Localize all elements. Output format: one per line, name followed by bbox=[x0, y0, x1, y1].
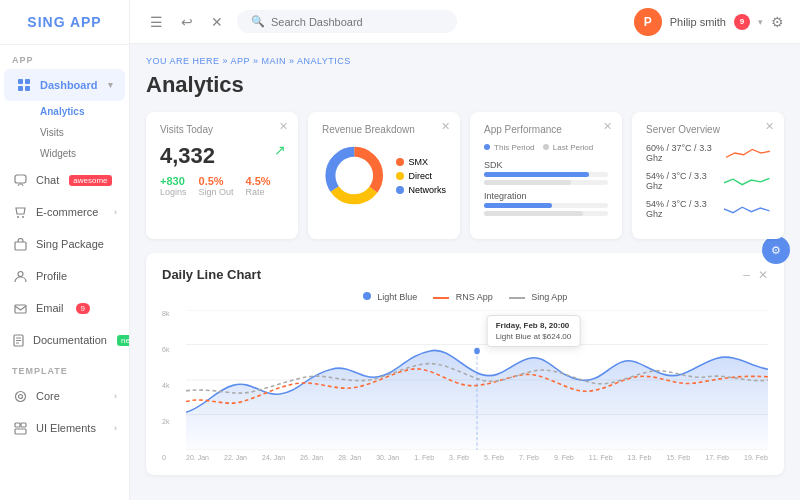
topbar: ☰ ↩ ✕ 🔍 P Philip smith 9 ▾ ⚙ ⚙ bbox=[130, 0, 800, 44]
sidebar-docs-label: Documentation bbox=[33, 334, 107, 346]
x-label-1feb: 1. Feb bbox=[414, 454, 434, 461]
chart-y-labels: 8k 6k 4k 2k 0 bbox=[162, 310, 173, 461]
integration-bar-label: Integration bbox=[484, 191, 608, 201]
sidebar-item-visits[interactable]: Visits bbox=[28, 122, 129, 143]
x-label-17feb: 17. Feb bbox=[705, 454, 729, 461]
sidebar-item-dashboard[interactable]: Dashboard ▾ bbox=[4, 69, 125, 101]
x-label-28jan: 28. Jan bbox=[338, 454, 361, 461]
x-label-20jan: 20. Jan bbox=[186, 454, 209, 461]
svg-rect-17 bbox=[21, 423, 26, 427]
sidebar-item-ui[interactable]: UI Elements › bbox=[0, 412, 129, 444]
close-icon[interactable]: ✕ bbox=[207, 12, 227, 32]
back-icon[interactable]: ↩ bbox=[177, 12, 197, 32]
visits-stat-rate: 4.5% Rate bbox=[246, 175, 271, 197]
chevron-core-icon: › bbox=[114, 391, 117, 401]
main-content: ☰ ↩ ✕ 🔍 P Philip smith 9 ▾ ⚙ ⚙ YOU ARE H… bbox=[130, 0, 800, 500]
chevron-ui-icon: › bbox=[114, 423, 117, 433]
logins-value: +830 bbox=[160, 175, 187, 187]
app-logo: SING APP bbox=[0, 0, 129, 45]
sidebar-item-core[interactable]: Core › bbox=[0, 380, 129, 412]
signout-value: 0.5% bbox=[199, 175, 234, 187]
smx-dot bbox=[396, 158, 404, 166]
sidebar-item-singpackage[interactable]: Sing Package bbox=[0, 228, 129, 260]
server-val-2: 54% / 3°C / 3.3 Ghz bbox=[646, 199, 718, 219]
sidebar-item-widgets[interactable]: Widgets bbox=[28, 143, 129, 164]
visits-stat-logins: +830 Logins bbox=[160, 175, 187, 197]
sidebar-item-analytics[interactable]: Analytics bbox=[28, 101, 129, 122]
hamburger-icon[interactable]: ☰ bbox=[146, 12, 167, 32]
search-box[interactable]: 🔍 bbox=[237, 10, 457, 33]
donut-area: SMX Direct Networks bbox=[322, 143, 446, 208]
appperf-card: ✕ App Performance This Period Last Perio… bbox=[470, 112, 622, 239]
sidebar-item-email[interactable]: Email 9 bbox=[0, 292, 129, 324]
svg-rect-9 bbox=[15, 305, 26, 313]
user-chevron-icon[interactable]: ▾ bbox=[758, 17, 763, 27]
minimize-icon[interactable]: – bbox=[743, 268, 750, 282]
email-badge: 9 bbox=[76, 303, 90, 314]
direct-label: Direct bbox=[408, 171, 432, 181]
user-notification-badge: 9 bbox=[734, 14, 750, 30]
y-label-0: 0 bbox=[162, 454, 169, 461]
chat-badge: awesome bbox=[69, 175, 111, 186]
chart-title: Daily Line Chart bbox=[162, 267, 261, 282]
server-line-2 bbox=[724, 199, 770, 219]
docs-badge: new bbox=[117, 335, 130, 346]
sidebar-item-ecommerce[interactable]: E-commerce › bbox=[0, 196, 129, 228]
svg-point-8 bbox=[18, 271, 23, 276]
x-label-13feb: 13. Feb bbox=[628, 454, 652, 461]
chart-close-icon[interactable]: ✕ bbox=[758, 268, 768, 282]
visits-card-value: 4,332 bbox=[160, 143, 284, 169]
legend-lightblue: Light Blue bbox=[363, 292, 418, 302]
svg-rect-7 bbox=[15, 242, 26, 250]
rate-label: Rate bbox=[246, 187, 271, 197]
svg-rect-3 bbox=[25, 86, 30, 91]
donut-chart bbox=[322, 143, 386, 208]
ui-icon bbox=[12, 420, 28, 436]
chart-svg bbox=[186, 310, 768, 450]
sidebar: SING APP APP Dashboard ▾ Analytics Visit… bbox=[0, 0, 130, 500]
signout-label: Sign Out bbox=[199, 187, 234, 197]
chart-legend: Light Blue RNS App Sing App bbox=[162, 292, 768, 302]
y-label-2k: 2k bbox=[162, 418, 169, 425]
sidebar-singpackage-label: Sing Package bbox=[36, 238, 104, 250]
svg-point-15 bbox=[15, 391, 25, 401]
sidebar-item-profile[interactable]: Profile bbox=[0, 260, 129, 292]
integration-bar-last-fill bbox=[484, 211, 583, 216]
direct-dot bbox=[396, 172, 404, 180]
package-icon bbox=[12, 236, 28, 252]
visits-close-button[interactable]: ✕ bbox=[279, 120, 288, 133]
chevron-ecommerce-icon: › bbox=[114, 207, 117, 217]
sidebar-item-chat[interactable]: Chat awesome bbox=[0, 164, 129, 196]
sidebar-item-docs[interactable]: Documentation new bbox=[0, 324, 129, 356]
rns-label: RNS App bbox=[456, 292, 493, 302]
server-close-button[interactable]: ✕ bbox=[765, 120, 774, 133]
svg-rect-18 bbox=[15, 429, 26, 434]
legend-networks: Networks bbox=[396, 185, 446, 195]
breadcrumb-path: App » Main » Analytics bbox=[231, 56, 351, 66]
gear-icon[interactable]: ⚙ bbox=[771, 14, 784, 30]
x-label-19feb: 19. Feb bbox=[744, 454, 768, 461]
x-label-9feb: 9. Feb bbox=[554, 454, 574, 461]
fab-button[interactable]: ⚙ bbox=[762, 236, 790, 264]
sidebar-ecommerce-label: E-commerce bbox=[36, 206, 98, 218]
sidebar-email-label: Email bbox=[36, 302, 64, 314]
svg-rect-16 bbox=[15, 423, 20, 427]
server-val-1: 54% / 3°C / 3.3 Ghz bbox=[646, 171, 718, 191]
chevron-icon: ▾ bbox=[108, 80, 113, 90]
perf-legend-last: Last Period bbox=[543, 143, 594, 152]
revenue-card: ✕ Revenue Breakdown SMX bbox=[308, 112, 460, 239]
search-icon: 🔍 bbox=[251, 15, 265, 28]
networks-label: Networks bbox=[408, 185, 446, 195]
search-input[interactable] bbox=[271, 16, 443, 28]
svg-rect-1 bbox=[25, 79, 30, 84]
svg-point-5 bbox=[17, 216, 19, 218]
legend-sing: Sing App bbox=[509, 292, 568, 302]
revenue-close-button[interactable]: ✕ bbox=[441, 120, 450, 133]
sidebar-section-app: APP bbox=[0, 45, 129, 69]
lightblue-label: Light Blue bbox=[377, 292, 417, 302]
server-card: ✕ Server Overview 60% / 37°C / 3.3 Ghz 5… bbox=[632, 112, 784, 239]
last-period-label: Last Period bbox=[553, 143, 593, 152]
appperf-close-button[interactable]: ✕ bbox=[603, 120, 612, 133]
sing-label: Sing App bbox=[531, 292, 567, 302]
appperf-card-title: App Performance bbox=[484, 124, 608, 135]
